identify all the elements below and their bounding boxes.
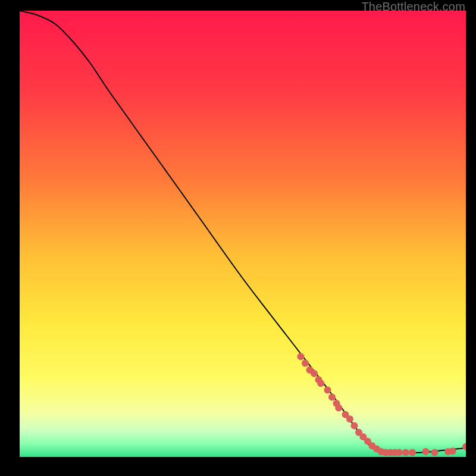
chart-svg: [20, 11, 466, 457]
data-marker: [302, 360, 309, 367]
data-marker: [449, 447, 456, 455]
data-marker: [346, 415, 353, 422]
data-marker: [298, 353, 305, 360]
data-marker: [335, 405, 342, 412]
data-marker: [422, 448, 430, 455]
data-marker: [396, 449, 403, 456]
data-marker: [409, 449, 416, 456]
data-marker: [311, 370, 318, 377]
gradient-background: [20, 11, 466, 457]
chart-stage: TheBottleneck.com: [0, 0, 476, 476]
data-marker: [351, 422, 358, 430]
data-marker: [328, 394, 336, 401]
data-marker: [431, 449, 439, 456]
data-marker: [324, 387, 331, 394]
data-marker: [317, 380, 324, 387]
plot-area: [20, 11, 466, 457]
data-marker: [402, 449, 409, 456]
